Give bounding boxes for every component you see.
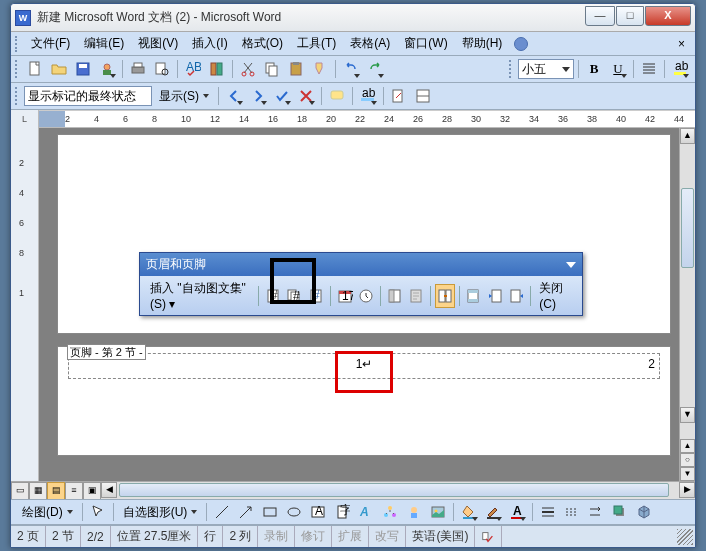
menu-tools[interactable]: 工具(T) [291,33,342,54]
shadow-style-icon[interactable] [609,501,631,523]
scroll-up-icon[interactable]: ▲ [680,128,695,144]
scroll-right-icon[interactable]: ▶ [679,482,695,498]
3d-style-icon[interactable] [633,501,655,523]
hf-insert-autotext-button[interactable]: 插入 "自动图文集" (S) ▾ [146,280,254,311]
document-area[interactable]: 页脚 - 第 2 节 - 1↵ 2 页眉和页脚 插入 "自动图文集" (S) ▾… [39,128,679,481]
hf-close-button[interactable]: 关闭(C) [535,280,576,311]
hf-show-hide-text-icon[interactable] [406,284,426,308]
new-doc-icon[interactable] [24,58,46,80]
resize-grip-icon[interactable] [677,529,693,545]
print-icon[interactable] [127,58,149,80]
hf-insert-page-number-icon[interactable]: # [263,284,283,308]
menu-window[interactable]: 窗口(W) [398,33,453,54]
reviewing-pane-icon[interactable] [412,85,434,107]
font-color-icon[interactable]: A [506,501,528,523]
cut-icon[interactable] [237,58,259,80]
line-color-icon[interactable] [482,501,504,523]
hf-show-next-icon[interactable] [507,284,527,308]
minimize-button[interactable]: — [585,6,615,26]
next-page-icon[interactable]: ▼ [680,467,695,481]
hscroll-thumb[interactable] [119,483,669,497]
scroll-down-icon[interactable]: ▼ [680,407,695,423]
wordart-icon[interactable]: A [355,501,377,523]
toolbar-grip-icon[interactable] [15,36,21,52]
dash-style-icon[interactable] [561,501,583,523]
fill-color-icon[interactable] [458,501,480,523]
hf-insert-date-icon[interactable]: 17 [335,284,355,308]
font-size-combo[interactable]: 小五 [518,59,574,79]
toolbar-grip-icon[interactable] [15,87,21,105]
clipart-icon[interactable] [403,501,425,523]
copy-icon[interactable] [261,58,283,80]
accept-change-icon[interactable] [271,85,293,107]
status-ext[interactable]: 扩展 [332,526,369,547]
select-browse-object-icon[interactable]: ○ [680,453,695,467]
hf-same-as-previous-icon[interactable] [435,284,455,308]
help-icon[interactable] [514,37,528,51]
oval-icon[interactable] [283,501,305,523]
ruler-scale[interactable]: 2468101214161820222426283032343638404244 [39,110,695,127]
normal-view-icon[interactable]: ▭ [11,482,29,500]
status-language[interactable]: 英语(美国) [406,526,475,547]
arrow-icon[interactable] [235,501,257,523]
status-rec[interactable]: 录制 [258,526,295,547]
paste-icon[interactable] [285,58,307,80]
status-spellcheck-icon[interactable] [475,526,502,547]
status-ovr[interactable]: 改写 [369,526,406,547]
undo-icon[interactable] [340,58,362,80]
redo-icon[interactable] [364,58,386,80]
new-comment-icon[interactable] [326,85,348,107]
hf-insert-page-count-icon[interactable]: # [285,284,305,308]
hf-format-page-number-icon[interactable]: # [306,284,326,308]
rectangle-icon[interactable] [259,501,281,523]
menu-file[interactable]: 文件(F) [25,33,76,54]
highlight-icon[interactable]: ab [669,58,691,80]
maximize-button[interactable]: □ [616,6,644,26]
diagram-icon[interactable] [379,501,401,523]
menu-insert[interactable]: 插入(I) [186,33,233,54]
track-changes-icon[interactable] [388,85,410,107]
line-icon[interactable] [211,501,233,523]
align-justify-icon[interactable] [638,58,660,80]
status-trk[interactable]: 修订 [295,526,332,547]
vertical-scrollbar[interactable]: ▲ ▼ ▲ ○ ▼ [679,128,695,481]
print-preview-icon[interactable] [151,58,173,80]
print-layout-view-icon[interactable]: ▤ [47,482,65,500]
menu-table[interactable]: 表格(A) [344,33,396,54]
hf-toolbar-options-icon[interactable] [566,262,576,268]
research-icon[interactable] [206,58,228,80]
draw-menu-button[interactable]: 绘图(D) [17,501,78,523]
toolbar-grip-icon[interactable] [15,60,21,78]
hf-page-setup-icon[interactable] [385,284,405,308]
menu-help[interactable]: 帮助(H) [456,33,509,54]
menu-edit[interactable]: 编辑(E) [78,33,130,54]
reject-change-icon[interactable] [295,85,317,107]
save-icon[interactable] [72,58,94,80]
spelling-icon[interactable]: ABC [182,58,204,80]
highlight-tool-icon[interactable]: ab [357,85,379,107]
permission-icon[interactable] [96,58,118,80]
arrow-style-icon[interactable] [585,501,607,523]
outline-view-icon[interactable]: ≡ [65,482,83,500]
tab-selector-icon[interactable]: L [11,110,39,128]
autoshapes-button[interactable]: 自选图形(U) [118,501,203,523]
insert-picture-icon[interactable] [427,501,449,523]
next-change-icon[interactable] [247,85,269,107]
display-review-combo[interactable]: 显示标记的最终状态 [24,86,152,106]
doc-close-icon[interactable]: × [678,37,685,51]
scroll-left-icon[interactable]: ◀ [101,482,117,498]
select-objects-icon[interactable] [87,501,109,523]
scroll-thumb[interactable] [681,188,694,268]
hf-toolbar-titlebar[interactable]: 页眉和页脚 [140,253,582,276]
underline-icon[interactable]: U [607,58,629,80]
toolbar-grip-icon[interactable] [509,60,515,78]
hf-show-previous-icon[interactable] [485,284,505,308]
menu-view[interactable]: 视图(V) [132,33,184,54]
textbox-icon[interactable]: A [307,501,329,523]
prev-change-icon[interactable] [223,85,245,107]
horizontal-scrollbar[interactable]: ◀ ▶ [101,482,695,499]
reading-view-icon[interactable]: ▣ [83,482,101,500]
menu-format[interactable]: 格式(O) [236,33,289,54]
bold-icon[interactable]: B [583,58,605,80]
vertical-textbox-icon[interactable]: 字 [331,501,353,523]
